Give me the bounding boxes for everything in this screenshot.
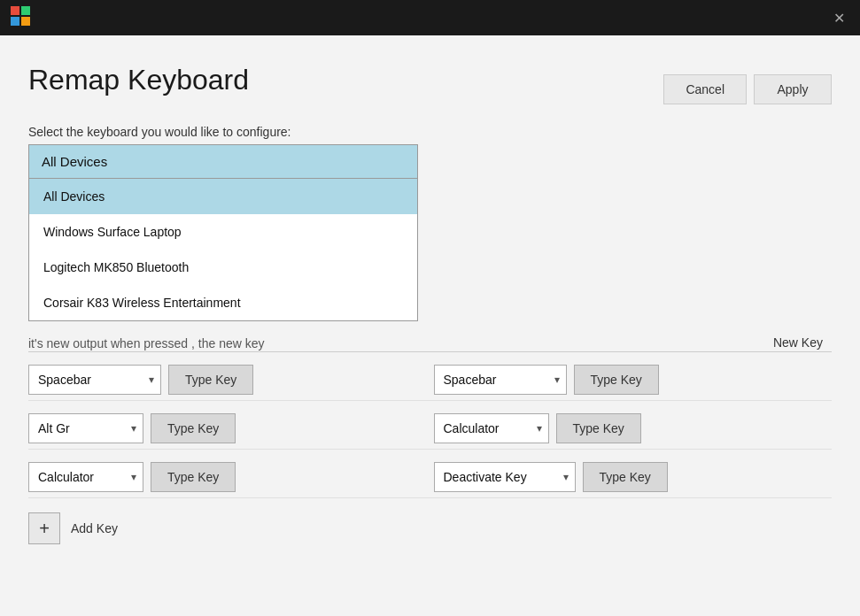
header-row: Remap Keyboard Cancel Apply	[28, 64, 832, 114]
original-key-select-3[interactable]: Calculator	[28, 462, 143, 492]
add-key-row: + Add Key	[28, 512, 832, 544]
select-keyboard-label: Select the keyboard you would like to co…	[28, 125, 832, 139]
table-row: Calculator ▾ Type Key Deactivate Key ▾ T…	[28, 457, 832, 498]
keyboard-dropdown-selected[interactable]: All Devices	[28, 144, 418, 179]
new-key-select-1[interactable]: Spacebar	[434, 365, 567, 395]
original-key-wrapper-3: Calculator ▾	[28, 462, 143, 492]
type-key-button-original-2[interactable]: Type Key	[151, 413, 236, 443]
keyboard-option-logitech[interactable]: Logitech MK850 Bluetooth	[29, 250, 417, 285]
type-key-button-new-3[interactable]: Type Key	[583, 462, 668, 492]
new-key-wrapper-3: Deactivate Key ▾	[434, 462, 576, 492]
original-key-select-1[interactable]: Spacebar	[28, 365, 161, 395]
keyboard-selected-label: All Devices	[42, 154, 107, 169]
svg-rect-1	[21, 6, 30, 15]
type-key-button-new-1[interactable]: Type Key	[574, 365, 659, 395]
row-right-2: Calculator ▾ Type Key	[434, 413, 833, 443]
svg-rect-0	[11, 6, 19, 15]
type-key-button-original-1[interactable]: Type Key	[168, 365, 253, 395]
original-key-wrapper-2: Alt Gr ▾	[28, 413, 143, 443]
row-left-1: Spacebar ▾ Type Key	[28, 365, 427, 395]
row-left-2: Alt Gr ▾ Type Key	[28, 413, 427, 443]
table-row: Alt Gr ▾ Type Key Calculator ▾ Type Key	[28, 408, 832, 450]
row-right-3: Deactivate Key ▾ Type Key	[434, 462, 833, 492]
type-key-button-new-2[interactable]: Type Key	[556, 413, 641, 443]
original-key-select-2[interactable]: Alt Gr	[28, 413, 143, 443]
keyboard-option-corsair[interactable]: Corsair K83 Wireless Entertainment	[29, 285, 417, 320]
type-key-button-original-3[interactable]: Type Key	[151, 462, 236, 492]
instructions-text: it's new output when pressed , the new k…	[28, 336, 265, 350]
svg-rect-2	[11, 17, 19, 26]
new-key-select-2[interactable]: Calculator	[434, 413, 549, 443]
header-buttons: Cancel Apply	[663, 74, 832, 104]
row-right-1: Spacebar ▾ Type Key	[434, 365, 833, 395]
page-title: Remap Keyboard	[28, 64, 249, 96]
table-header: it's new output when pressed , the new k…	[28, 335, 832, 351]
app-icon	[11, 6, 30, 29]
keyboard-option-all-devices[interactable]: All Devices	[29, 179, 417, 214]
keyboard-dropdown-options: All Devices Windows Surface Laptop Logit…	[28, 179, 418, 321]
apply-button[interactable]: Apply	[754, 74, 832, 104]
add-key-label: Add Key	[71, 521, 118, 535]
divider	[28, 351, 832, 352]
row-left-3: Calculator ▾ Type Key	[28, 462, 427, 492]
cancel-button[interactable]: Cancel	[663, 74, 747, 104]
titlebar: ✕	[0, 0, 860, 35]
new-key-select-3[interactable]: Deactivate Key	[434, 462, 576, 492]
add-key-button[interactable]: +	[28, 512, 60, 544]
new-key-wrapper-1: Spacebar ▾	[434, 365, 567, 395]
new-key-column-header: New Key	[773, 335, 823, 350]
close-button[interactable]: ✕	[828, 10, 849, 27]
keyboard-dropdown[interactable]: All Devices All Devices Windows Surface …	[28, 144, 418, 321]
keyboard-option-surface[interactable]: Windows Surface Laptop	[29, 214, 417, 250]
main-content: Remap Keyboard Cancel Apply Select the k…	[0, 35, 860, 616]
original-key-wrapper-1: Spacebar ▾	[28, 365, 161, 395]
new-key-wrapper-2: Calculator ▾	[434, 413, 549, 443]
table-row: Spacebar ▾ Type Key Spacebar ▾ Type Key	[28, 359, 832, 401]
svg-rect-3	[21, 17, 30, 26]
